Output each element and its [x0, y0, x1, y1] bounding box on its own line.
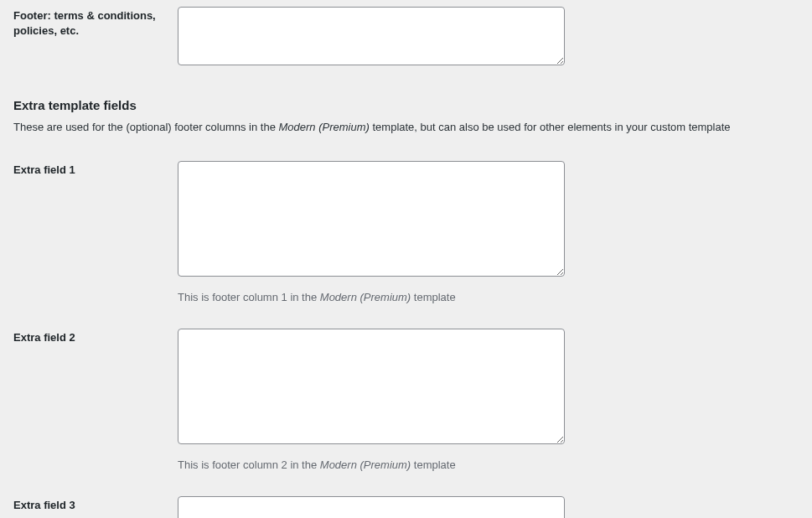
desc-text-em: Modern (Premium): [279, 121, 370, 133]
textarea-extra-field-2[interactable]: [178, 329, 565, 444]
field-extra-field-2: This is footer column 2 in the Modern (P…: [178, 329, 565, 471]
field-extra-field-1: This is footer column 1 in the Modern (P…: [178, 161, 565, 303]
helper2-before: This is footer column 2 in the: [178, 458, 320, 471]
label-footer-terms: Footer: terms & conditions, policies, et…: [13, 7, 178, 39]
desc-text-before: These are used for the (optional) footer…: [13, 121, 279, 133]
textarea-extra-field-3[interactable]: [178, 496, 565, 519]
field-extra-field-3: [178, 496, 565, 519]
helper2-after: template: [411, 458, 455, 471]
helper-extra-field-1: This is footer column 1 in the Modern (P…: [178, 291, 565, 303]
label-extra-field-2: Extra field 2: [13, 329, 178, 345]
textarea-footer-terms[interactable]: [178, 7, 565, 65]
row-extra-field-2: Extra field 2 This is footer column 2 in…: [13, 329, 799, 471]
helper-extra-field-2: This is footer column 2 in the Modern (P…: [178, 458, 565, 471]
helper1-before: This is footer column 1 in the: [178, 291, 320, 303]
helper2-em: Modern (Premium): [320, 458, 411, 471]
helper1-em: Modern (Premium): [320, 291, 411, 303]
row-footer-terms: Footer: terms & conditions, policies, et…: [13, 7, 799, 68]
label-extra-field-1: Extra field 1: [13, 161, 178, 178]
field-footer-terms: [178, 7, 565, 68]
textarea-extra-field-1[interactable]: [178, 161, 565, 277]
desc-text-after: template, but can also be used for other…: [370, 121, 731, 133]
extra-template-fields-heading: Extra template fields: [13, 98, 799, 112]
helper1-after: template: [411, 291, 455, 303]
extra-template-fields-description: These are used for the (optional) footer…: [13, 119, 799, 136]
row-extra-field-3: Extra field 3: [13, 496, 799, 519]
label-extra-field-3: Extra field 3: [13, 496, 178, 513]
row-extra-field-1: Extra field 1 This is footer column 1 in…: [13, 161, 799, 303]
